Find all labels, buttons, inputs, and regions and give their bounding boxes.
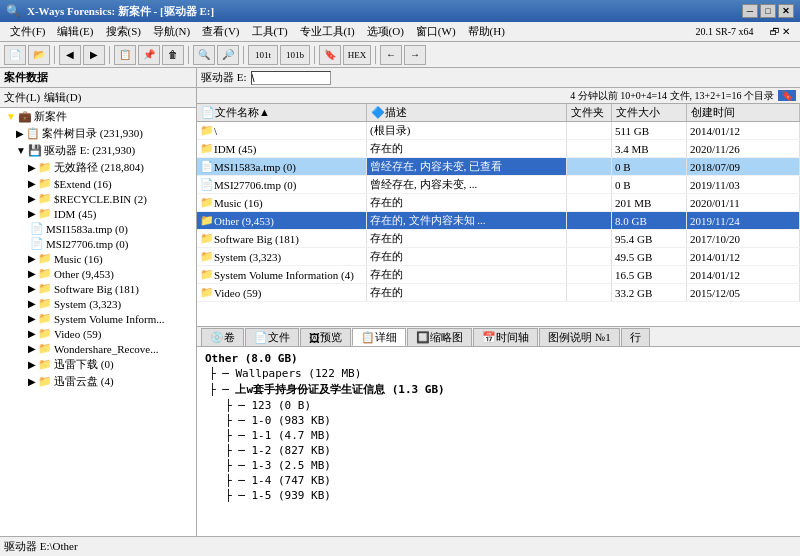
bottom-area: 💿 卷 📄 文件 🖼 预览 📋 详细 🔲 缩略图 <box>197 326 800 536</box>
tab-timeline-icon: 📅 <box>482 331 496 344</box>
file-created-sysvolinfo: 2014/01/12 <box>690 269 740 281</box>
col-header-created[interactable]: 创建时间 <box>687 104 800 121</box>
file-row-softwarebig[interactable]: 📁 Software Big (181) 存在的 95.4 GB 2017/10… <box>197 230 800 248</box>
col-header-desc[interactable]: 🔷 描述 <box>367 104 567 121</box>
file-count-text: 4 分钟以前 10+0+4=14 文件, 13+2+1=16 个目录 <box>570 89 774 103</box>
maximize-button[interactable]: □ <box>760 4 776 18</box>
toolbar-new[interactable]: 📄 <box>4 45 26 65</box>
file-name-idm: IDM (45) <box>214 143 256 155</box>
file-row-other[interactable]: 📁 Other (9,453) 存在的, 文件内容未知 ... 8.0 GB 2… <box>197 212 800 230</box>
toolbar-arrow-left[interactable]: ← <box>380 45 402 65</box>
col-header-name[interactable]: 📄 文件名称▲ <box>197 104 367 121</box>
bottom-item-5: ├ ─ 1-2 (827 KB) <box>205 443 792 458</box>
toolbar-hex[interactable]: HEX <box>343 45 371 65</box>
tree-item-wondershare[interactable]: ▶ 📁 Wondershare_Recove... <box>0 341 196 356</box>
tree-item-idm[interactable]: ▶ 📁 IDM (45) <box>0 206 196 221</box>
toolbar-bookmark[interactable]: 🔖 <box>319 45 341 65</box>
file-row-music[interactable]: 📁 Music (16) 存在的 201 MB 2020/01/11 <box>197 194 800 212</box>
toolbar-forward[interactable]: ▶ <box>83 45 105 65</box>
path-input[interactable] <box>251 71 331 85</box>
file-desc-root: (根目录) <box>367 122 567 139</box>
menu-search[interactable]: 搜索(S) <box>100 23 147 40</box>
bottom-item-0-icon: ├ <box>209 367 216 380</box>
tree-item-xunlei-dl[interactable]: ▶ 📁 迅雷下载 (0) <box>0 356 196 373</box>
tree-item-msi27706[interactable]: 📄 MSI27706.tmp (0) <box>0 236 196 251</box>
tree-item-extend[interactable]: ▶ 📁 $Extend (16) <box>0 176 196 191</box>
tab-legend[interactable]: 图例说明 №1 <box>539 328 620 346</box>
tab-preview[interactable]: 🖼 预览 <box>300 328 351 346</box>
edit-menu-left[interactable]: 编辑(D) <box>44 90 81 105</box>
close-button[interactable]: ✕ <box>778 4 794 18</box>
menu-file[interactable]: 文件(F) <box>4 23 51 40</box>
tab-timeline[interactable]: 📅 时间轴 <box>473 328 538 346</box>
no-path-expand-icon: ▶ <box>28 162 36 173</box>
menu-pro-tools[interactable]: 专业工具(I) <box>294 23 361 40</box>
menu-edit[interactable]: 编辑(E) <box>51 23 99 40</box>
toolbar-101[interactable]: 101t <box>248 45 278 65</box>
file-name-video: Video (59) <box>214 287 261 299</box>
toolbar-delete[interactable]: 🗑 <box>162 45 184 65</box>
toolbar-open[interactable]: 📂 <box>28 45 50 65</box>
file-icon-msi27706: 📄 <box>200 178 214 191</box>
tree-item-video[interactable]: ▶ 📁 Video (59) <box>0 326 196 341</box>
menu-view[interactable]: 查看(V) <box>196 23 245 40</box>
tree-icon-other: 📁 <box>38 267 52 280</box>
tab-detail[interactable]: 📋 详细 <box>352 328 406 346</box>
toolbar-101b[interactable]: 101b <box>280 45 310 65</box>
file-menu-left[interactable]: 文件(L) <box>4 90 40 105</box>
toolbar-sep-4 <box>243 46 244 64</box>
file-name-softwarebig: Software Big (181) <box>214 233 299 245</box>
file-row-system[interactable]: 📁 System (3,323) 存在的 49.5 GB 2014/01/12 <box>197 248 800 266</box>
menu-nav[interactable]: 导航(N) <box>147 23 196 40</box>
tree-item-sysvolinfo[interactable]: ▶ 📁 System Volume Inform... <box>0 311 196 326</box>
tree-item-case-tree[interactable]: ▶ 📋 案件树目录 (231,930) <box>0 125 196 142</box>
minimize-button[interactable]: ─ <box>742 4 758 18</box>
file-size-root: 511 GB <box>612 122 687 139</box>
toolbar-search[interactable]: 🔍 <box>193 45 215 65</box>
bottom-item-4: ├ ─ 1-1 (4.7 MB) <box>205 428 792 443</box>
tree-item-music[interactable]: ▶ 📁 Music (16) <box>0 251 196 266</box>
bottom-title: Other (8.0 GB) <box>205 351 792 366</box>
file-row-msi1583a[interactable]: 📄 MSI1583a.tmp (0) 曾经存在, 内容未变, 已查看 0 B 2… <box>197 158 800 176</box>
tab-row[interactable]: 行 <box>621 328 650 346</box>
window-size-controls[interactable]: 🗗 ✕ <box>764 25 797 38</box>
tree-item-msi1583a[interactable]: 📄 MSI1583a.tmp (0) <box>0 221 196 236</box>
menu-tools[interactable]: 工具(T) <box>246 23 294 40</box>
bottom-item-0: ├ ─ Wallpapers (122 MB) <box>205 366 792 381</box>
file-row-idm[interactable]: 📁 IDM (45) 存在的 3.4 MB 2020/11/26 <box>197 140 800 158</box>
file-row-msi27706[interactable]: 📄 MSI27706.tmp (0) 曾经存在, 内容未变, ... 0 B 2… <box>197 176 800 194</box>
file-size-music: 201 MB <box>615 197 651 209</box>
tree-item-other[interactable]: ▶ 📁 Other (9,453) <box>0 266 196 281</box>
menu-window[interactable]: 窗口(W) <box>410 23 462 40</box>
toolbar-paste[interactable]: 📌 <box>138 45 160 65</box>
tree-item-case[interactable]: ▼ 💼 新案件 <box>0 108 196 125</box>
menu-help[interactable]: 帮助(H) <box>462 23 511 40</box>
tab-thumbnail[interactable]: 🔲 缩略图 <box>407 328 472 346</box>
tree-item-no-path[interactable]: ▶ 📁 无效路径 (218,804) <box>0 159 196 176</box>
tree-icon-case: 💼 <box>18 110 32 123</box>
tab-volume[interactable]: 💿 卷 <box>201 328 244 346</box>
tree-item-softwarebig[interactable]: ▶ 📁 Software Big (181) <box>0 281 196 296</box>
tree-label-msi1583a: MSI1583a.tmp (0) <box>46 223 128 235</box>
tree-item-system[interactable]: ▶ 📁 System (3,323) <box>0 296 196 311</box>
tab-file[interactable]: 📄 文件 <box>245 328 299 346</box>
file-row-sysvolinfo[interactable]: 📁 System Volume Information (4) 存在的 16.5… <box>197 266 800 284</box>
toolbar-copy[interactable]: 📋 <box>114 45 136 65</box>
tree-item-drive-e[interactable]: ▼ 💾 驱动器 E: (231,930) <box>0 142 196 159</box>
file-row-video[interactable]: 📁 Video (59) 存在的 33.2 GB 2015/12/05 <box>197 284 800 302</box>
file-size-softwarebig: 95.4 GB <box>615 233 652 245</box>
file-list: 📁 \ (根目录) 511 GB 2014/01/12 📁 IDM (45) 存… <box>197 122 800 326</box>
toolbar-back[interactable]: ◀ <box>59 45 81 65</box>
col-header-filecount[interactable]: 文件夹 <box>567 104 612 121</box>
case-tree-expand-icon: ▶ <box>16 128 24 139</box>
file-created-softwarebig: 2017/10/20 <box>690 233 740 245</box>
file-row-root[interactable]: 📁 \ (根目录) 511 GB 2014/01/12 <box>197 122 800 140</box>
toolbar-filter[interactable]: 🔎 <box>217 45 239 65</box>
toolbar-arrow-right[interactable]: → <box>404 45 426 65</box>
bottom-item-3-icon: ├ <box>225 414 232 427</box>
col-header-size[interactable]: 文件大小 <box>612 104 687 121</box>
menu-options[interactable]: 选项(O) <box>361 23 410 40</box>
tree-label-video: Video (59) <box>54 328 101 340</box>
tree-item-xunlei-cloud[interactable]: ▶ 📁 迅雷云盘 (4) <box>0 373 196 390</box>
tree-item-recycle[interactable]: ▶ 📁 $RECYCLE.BIN (2) <box>0 191 196 206</box>
